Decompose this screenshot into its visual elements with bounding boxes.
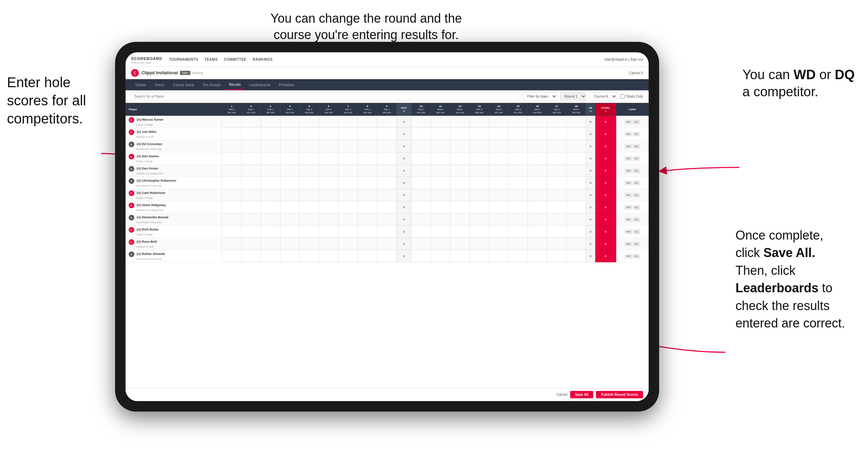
hole-7-input[interactable] [344,194,352,197]
hole-17-cell[interactable] [547,189,567,201]
tab-details[interactable]: Details [131,80,150,90]
hole-17-input[interactable] [553,169,561,172]
hole-3-input[interactable] [267,242,274,246]
hole-3-input[interactable] [267,145,274,148]
wd-button[interactable]: WD [625,132,632,136]
hole-5-input[interactable] [305,194,313,197]
hole-2-cell[interactable] [241,201,261,213]
dq-button[interactable]: DQ [633,156,640,161]
hole-2-input[interactable] [247,194,255,197]
hole-2-input[interactable] [247,145,255,148]
hole-8-cell[interactable] [358,152,377,165]
hole-1-input[interactable] [228,181,235,184]
hole-17-cell[interactable] [547,238,567,250]
hole-10-input[interactable] [417,255,425,258]
hole-18-cell[interactable] [566,189,586,201]
hole-7-input[interactable] [344,230,352,233]
hole-11-input[interactable] [437,169,444,172]
hole-11-input[interactable] [437,181,444,184]
hole-6-input[interactable] [325,133,332,136]
hole-11-input[interactable] [437,157,444,160]
hole-12-cell[interactable] [450,177,470,189]
hole-4-cell[interactable] [280,152,300,165]
hole-17-cell[interactable] [547,116,567,128]
hole-3-cell[interactable] [261,177,280,189]
hole-9-cell[interactable] [377,189,397,201]
publish-button[interactable]: Publish Round Scores [596,391,643,398]
hole-8-input[interactable] [363,120,371,123]
hole-1-cell[interactable] [222,226,242,238]
hole-4-input[interactable] [286,194,294,197]
hole-18-input[interactable] [572,169,580,172]
hole-2-input[interactable] [247,218,255,221]
hole-18-input[interactable] [572,145,580,148]
hole-15-input[interactable] [514,255,522,258]
hole-7-input[interactable] [344,145,352,148]
hole-17-input[interactable] [553,157,561,160]
hole-14-input[interactable] [495,145,503,148]
cancel-action-button[interactable]: Cancel [557,393,567,397]
hole-2-input[interactable] [247,133,255,136]
hole-2-cell[interactable] [241,152,261,165]
hole-18-input[interactable] [572,120,580,123]
hole-17-input[interactable] [553,255,561,258]
hole-11-cell[interactable] [431,213,450,226]
hole-15-cell[interactable] [508,201,528,213]
hole-6-cell[interactable] [319,165,338,177]
hole-17-input[interactable] [553,242,561,246]
hole-3-input[interactable] [267,157,274,160]
hole-17-input[interactable] [553,194,561,197]
hole-6-cell[interactable] [319,128,338,140]
hole-15-cell[interactable] [508,250,528,262]
hole-17-cell[interactable] [547,213,567,226]
hole-4-input[interactable] [286,133,294,136]
hole-2-cell[interactable] [241,213,261,226]
hole-17-input[interactable] [553,218,561,221]
hole-13-input[interactable] [475,169,483,172]
hole-2-cell[interactable] [241,238,261,250]
hole-3-cell[interactable] [261,165,280,177]
hole-16-cell[interactable] [528,128,547,140]
hole-5-input[interactable] [305,157,313,160]
hole-15-input[interactable] [514,120,522,123]
hole-1-cell[interactable] [222,189,242,201]
hole-15-cell[interactable] [508,128,528,140]
hole-3-cell[interactable] [261,152,280,165]
hole-16-cell[interactable] [528,177,547,189]
hole-8-input[interactable] [363,230,371,233]
hole-11-cell[interactable] [431,201,450,213]
hole-3-input[interactable] [267,169,274,172]
hole-14-input[interactable] [495,230,503,233]
hole-12-input[interactable] [456,230,464,233]
hole-16-cell[interactable] [528,165,547,177]
wd-button[interactable]: WD [625,193,632,197]
hole-7-cell[interactable] [338,128,358,140]
hole-1-cell[interactable] [222,238,242,250]
hole-7-cell[interactable] [338,116,358,128]
hole-15-input[interactable] [514,230,522,233]
hole-4-cell[interactable] [280,140,300,152]
hole-5-input[interactable] [305,242,313,246]
hole-14-cell[interactable] [489,201,508,213]
hole-18-input[interactable] [572,218,580,221]
hole-17-cell[interactable] [547,250,567,262]
hole-1-cell[interactable] [222,128,242,140]
hole-11-input[interactable] [437,242,444,246]
hole-9-input[interactable] [383,157,391,160]
hole-6-input[interactable] [325,194,332,197]
hole-15-cell[interactable] [508,152,528,165]
hole-13-cell[interactable] [469,116,489,128]
hole-14-input[interactable] [495,157,503,160]
hole-6-input[interactable] [325,230,332,233]
totals-only-toggle[interactable]: Totals Only [620,94,643,99]
hole-2-input[interactable] [247,230,255,233]
nav-tournaments[interactable]: TOURNAMENTS [169,58,198,61]
hole-5-cell[interactable] [300,165,319,177]
hole-9-cell[interactable] [377,116,397,128]
hole-6-cell[interactable] [319,116,338,128]
hole-11-cell[interactable] [431,238,450,250]
hole-5-input[interactable] [305,145,313,148]
hole-10-input[interactable] [417,145,425,148]
hole-7-input[interactable] [344,120,352,123]
hole-3-input[interactable] [267,218,274,221]
